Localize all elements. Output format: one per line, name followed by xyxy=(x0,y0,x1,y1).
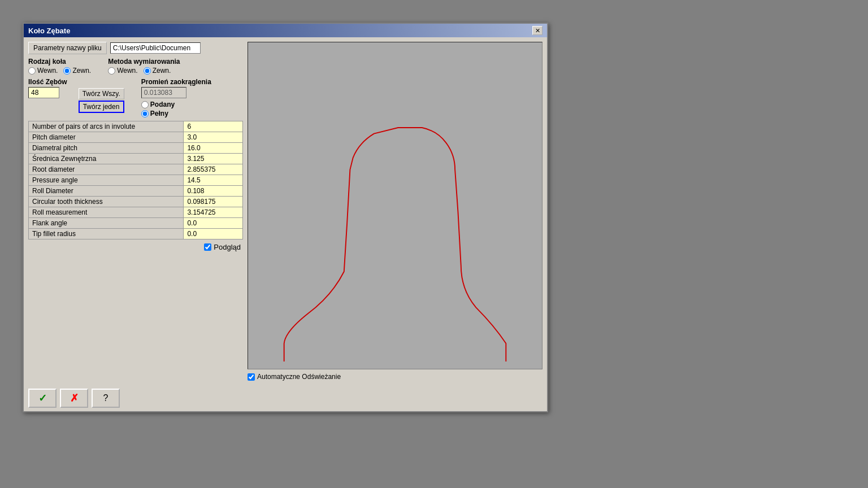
rodzaj-zewn-label[interactable]: Zewn. xyxy=(63,67,91,75)
gear-preview-svg xyxy=(248,42,542,369)
help-button[interactable]: ? xyxy=(92,389,120,408)
table-row: Diametral pitch xyxy=(29,143,243,154)
param-label: Tip fillet radius xyxy=(29,229,184,239)
table-row: Tip fillet radius xyxy=(29,229,243,239)
param-value[interactable] xyxy=(184,132,243,143)
param-label: Pitch diameter xyxy=(29,132,184,143)
param-value[interactable] xyxy=(184,175,243,186)
param-label: Roll Diameter xyxy=(29,186,184,197)
table-row: Pressure angle xyxy=(29,175,243,186)
rodzaj-wewn-label[interactable]: Wewn. xyxy=(28,67,58,75)
param-value[interactable] xyxy=(184,143,243,154)
ilosc-section: Ilość Zębów Twórz Wszy. Twórz jeden xyxy=(28,78,124,113)
ilosc-input[interactable] xyxy=(28,87,59,98)
param-value[interactable] xyxy=(184,154,243,164)
promien-section: Promień zaokrąglenia Podany Pełny xyxy=(141,78,211,117)
rodzaj-wewn-radio[interactable] xyxy=(28,67,36,75)
twórz-buttons: Twórz Wszy. Twórz jeden xyxy=(79,88,124,113)
ilosc-label: Ilość Zębów xyxy=(28,78,67,86)
table-row: Średnica Zewnętrzna xyxy=(29,154,243,164)
bottom-bar: ✓ ✗ ? xyxy=(24,385,547,411)
promien-radio-row: Podany xyxy=(141,101,211,108)
metoda-radio-row: Wewn. Zewn. xyxy=(108,67,180,75)
table-row: Roll measurement xyxy=(29,207,243,218)
table-row: Circular tooth thickness xyxy=(29,197,243,207)
title-bar: Koło Zębate ✕ xyxy=(24,24,547,37)
param-label: Circular tooth thickness xyxy=(29,197,184,207)
section-ilosc-promien: Ilość Zębów Twórz Wszy. Twórz jeden Prom… xyxy=(28,78,243,117)
twórz-jeden-button[interactable]: Twórz jeden xyxy=(79,101,124,113)
action-buttons: ✓ ✗ ? xyxy=(28,389,120,408)
param-value[interactable] xyxy=(184,164,243,175)
cancel-button[interactable]: ✗ xyxy=(60,389,88,408)
cancel-icon: ✗ xyxy=(70,392,79,404)
promien-podany-label[interactable]: Podany xyxy=(141,101,175,108)
ilosc-group: Ilość Zębów xyxy=(28,78,67,98)
preview-area xyxy=(248,42,542,369)
auto-refresh-checkbox[interactable] xyxy=(248,373,255,381)
param-label: Root diameter xyxy=(29,164,184,175)
ok-icon: ✓ xyxy=(38,392,47,404)
rodzaj-zewn-radio[interactable] xyxy=(63,67,71,75)
metoda-wewn-radio[interactable] xyxy=(108,67,115,75)
ok-button[interactable]: ✓ xyxy=(28,389,57,408)
promien-pelny-row: Pełny xyxy=(141,110,211,117)
promien-pelny-label[interactable]: Pełny xyxy=(141,110,168,117)
left-panel: Parametry nazwy pliku Rodzaj koła Wewn. … xyxy=(28,42,243,381)
table-row: Pitch diameter xyxy=(29,132,243,143)
help-icon: ? xyxy=(103,393,108,403)
table-row: Roll Diameter xyxy=(29,186,243,197)
promien-pelny-radio[interactable] xyxy=(141,110,149,117)
rodzaj-radio-row: Wewn. Zewn. xyxy=(28,67,91,75)
param-label: Roll measurement xyxy=(29,207,184,218)
rodzaj-kola-group: Rodzaj koła Wewn. Zewn. xyxy=(28,58,91,75)
metoda-label: Metoda wymiarowania xyxy=(108,58,180,66)
tooth-path xyxy=(284,128,506,361)
metoda-group: Metoda wymiarowania Wewn. Zewn. xyxy=(108,58,180,75)
param-value[interactable] xyxy=(184,218,243,229)
param-label: Diametral pitch xyxy=(29,143,184,154)
param-value[interactable] xyxy=(184,121,243,132)
podglad-row: Podgląd xyxy=(28,243,243,251)
file-row: Parametry nazwy pliku xyxy=(28,42,243,54)
table-row: Root diameter xyxy=(29,164,243,175)
metoda-wewn-label[interactable]: Wewn. xyxy=(108,67,137,75)
metoda-zewn-label[interactable]: Zewn. xyxy=(144,67,171,75)
right-panel: Automatyczne Odświeżanie xyxy=(248,42,542,381)
param-label: Number of pairs of arcs in involute xyxy=(29,121,184,132)
file-path-input[interactable] xyxy=(110,42,201,54)
main-window: Koło Zębate ✕ Parametry nazwy pliku Rodz… xyxy=(23,23,548,412)
window-title: Koło Zębate xyxy=(28,27,70,35)
section-rodzaj-metoda: Rodzaj koła Wewn. Zewn. Metoda wymiarowa… xyxy=(28,58,243,75)
param-value[interactable] xyxy=(184,186,243,197)
param-label: Pressure angle xyxy=(29,175,184,186)
promien-label: Promień zaokrąglenia xyxy=(141,78,211,86)
twórz-wszy-button[interactable]: Twórz Wszy. xyxy=(79,88,124,99)
param-value[interactable] xyxy=(184,229,243,239)
table-row: Flank angle xyxy=(29,218,243,229)
file-label-button[interactable]: Parametry nazwy pliku xyxy=(28,42,107,54)
param-value[interactable] xyxy=(184,207,243,218)
table-row: Number of pairs of arcs in involute xyxy=(29,121,243,132)
promien-input[interactable] xyxy=(141,87,186,98)
promien-podany-radio[interactable] xyxy=(141,101,149,108)
content-area: Parametry nazwy pliku Rodzaj koła Wewn. … xyxy=(24,37,547,385)
rodzaj-kola-label: Rodzaj koła xyxy=(28,58,91,66)
close-button[interactable]: ✕ xyxy=(532,26,542,35)
param-value[interactable] xyxy=(184,197,243,207)
auto-refresh-row: Automatyczne Odświeżanie xyxy=(248,373,542,381)
metoda-zewn-radio[interactable] xyxy=(144,67,151,75)
podglad-checkbox[interactable] xyxy=(204,243,211,251)
params-table: Number of pairs of arcs in involute Pitc… xyxy=(28,121,243,239)
param-label: Flank angle xyxy=(29,218,184,229)
podglad-label: Podgląd xyxy=(214,243,241,251)
auto-refresh-label: Automatyczne Odświeżanie xyxy=(257,373,341,381)
param-label: Średnica Zewnętrzna xyxy=(29,154,184,164)
